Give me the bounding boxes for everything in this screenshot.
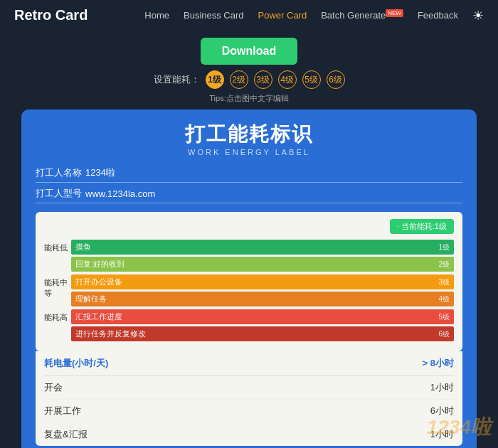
stats-row-0: 开会 1小时 bbox=[44, 376, 454, 400]
bar-level5-num: 5级 bbox=[438, 312, 450, 322]
watermark: 1234啦 bbox=[427, 414, 491, 441]
bar-level3: 打开办公设备 3级 bbox=[71, 274, 454, 289]
tips-text: Tips:点击图中文字编辑 bbox=[0, 93, 498, 104]
bar-level1: 摸鱼 1级 bbox=[71, 240, 454, 255]
download-button[interactable]: Download bbox=[201, 38, 297, 65]
bar-level6: 进行任务并反复修改 6级 bbox=[71, 326, 454, 341]
low-bars: 摸鱼 1级 回复:好的收到 2级 bbox=[71, 240, 454, 272]
energy-table: · 当前能耗:1级 能耗低 摸鱼 1级 回复:好的收到 2级 能耗中等 打开办公 bbox=[36, 212, 462, 351]
stats-row-2-label: 复盘&汇报 bbox=[44, 428, 88, 441]
bar-level3-text[interactable]: 打开办公设备 bbox=[75, 277, 122, 287]
current-level-badge: · 当前能耗:1级 bbox=[390, 219, 454, 234]
stats-section: 耗电量(小时/天) > 8小时 开会 1小时 开展工作 6小时 复盘&汇报 1小… bbox=[36, 351, 462, 446]
level-btn-1[interactable]: 1级 bbox=[206, 70, 224, 89]
stats-row-1-label: 开展工作 bbox=[44, 405, 81, 417]
header: Retro Card Home Business Card Power Card… bbox=[0, 0, 498, 31]
nav-feedback[interactable]: Feedback bbox=[418, 10, 458, 21]
nav-home[interactable]: Home bbox=[144, 10, 169, 21]
stats-row-1: 开展工作 6小时 bbox=[44, 400, 454, 423]
section-high-label: 能耗高 bbox=[44, 309, 71, 323]
type-label: 打工人型号 bbox=[36, 187, 85, 200]
type-value[interactable]: www.1234la.com bbox=[85, 188, 462, 199]
name-label: 打工人名称 bbox=[36, 166, 85, 179]
nav: Home Business Card Power Card Batch Gene… bbox=[144, 10, 458, 21]
bar-level2-text[interactable]: 回复:好的收到 bbox=[75, 259, 124, 270]
bar-level6-num: 6级 bbox=[438, 329, 450, 339]
card-title-cn[interactable]: 打工能耗标识 bbox=[36, 121, 462, 148]
energy-section-high: 能耗高 汇报工作进度 5级 进行任务并反复修改 6级 bbox=[44, 309, 454, 341]
level-btn-6[interactable]: 6级 bbox=[327, 70, 345, 89]
level-btn-4[interactable]: 4级 bbox=[278, 70, 297, 89]
level-btn-2[interactable]: 2级 bbox=[230, 70, 248, 89]
bar-level4-text[interactable]: 理解任务 bbox=[75, 294, 107, 304]
stats-row-2: 复盘&汇报 1小时 bbox=[44, 423, 454, 446]
bar-level2: 回复:好的收到 2级 bbox=[71, 257, 454, 272]
nav-power-card[interactable]: Power Card bbox=[258, 10, 307, 21]
stats-header-right: > 8小时 bbox=[423, 357, 454, 370]
logo: Retro Card bbox=[14, 7, 88, 23]
current-level-area: · 当前能耗:1级 bbox=[44, 219, 454, 234]
type-row: 打工人型号 www.1234la.com bbox=[36, 187, 462, 203]
stats-row-0-label: 开会 bbox=[44, 381, 63, 394]
level-label: 设置能耗： bbox=[154, 73, 200, 86]
stats-row-0-value: 1小时 bbox=[430, 381, 454, 394]
theme-toggle-icon[interactable]: ☀ bbox=[472, 8, 484, 23]
level-btn-5[interactable]: 5级 bbox=[302, 70, 321, 89]
bar-level1-num: 1级 bbox=[438, 242, 450, 252]
name-value[interactable]: 1234啦 bbox=[85, 166, 462, 179]
new-badge: NEW bbox=[386, 9, 403, 17]
bar-level5: 汇报工作进度 5级 bbox=[71, 309, 454, 324]
nav-batch-generate[interactable]: Batch GenerateNEW bbox=[321, 10, 403, 21]
stats-header-left: 耗电量(小时/天) bbox=[44, 357, 108, 370]
high-bars: 汇报工作进度 5级 进行任务并反复修改 6级 bbox=[71, 309, 454, 341]
bar-level4-num: 4级 bbox=[438, 294, 450, 304]
card-title-en: WORK ENERGY LABEL bbox=[36, 148, 462, 156]
energy-section-medium: 能耗中等 打开办公设备 3级 理解任务 4级 bbox=[44, 274, 454, 306]
nav-business-card[interactable]: Business Card bbox=[184, 10, 244, 21]
name-row: 打工人名称 1234啦 bbox=[36, 166, 462, 183]
stats-header: 耗电量(小时/天) > 8小时 bbox=[44, 351, 454, 376]
energy-section-low: 能耗低 摸鱼 1级 回复:好的收到 2级 bbox=[44, 240, 454, 272]
level-selector: 设置能耗： 1级 2级 3级 4级 5级 6级 bbox=[0, 70, 498, 89]
bar-level5-text[interactable]: 汇报工作进度 bbox=[75, 311, 122, 322]
bar-level6-text[interactable]: 进行任务并反复修改 bbox=[75, 329, 146, 339]
bar-level1-text[interactable]: 摸鱼 bbox=[75, 242, 91, 252]
download-area: Download bbox=[0, 31, 498, 70]
bar-level2-num: 2级 bbox=[438, 260, 450, 270]
medium-bars: 打开办公设备 3级 理解任务 4级 bbox=[71, 274, 454, 306]
energy-card: 打工能耗标识 WORK ENERGY LABEL 打工人名称 1234啦 打工人… bbox=[21, 110, 477, 448]
bar-level4: 理解任务 4级 bbox=[71, 292, 454, 306]
section-medium-label: 能耗中等 bbox=[44, 274, 71, 299]
section-low-label: 能耗低 bbox=[44, 240, 71, 253]
level-btn-3[interactable]: 3级 bbox=[254, 70, 272, 89]
bar-level3-num: 3级 bbox=[438, 277, 450, 287]
